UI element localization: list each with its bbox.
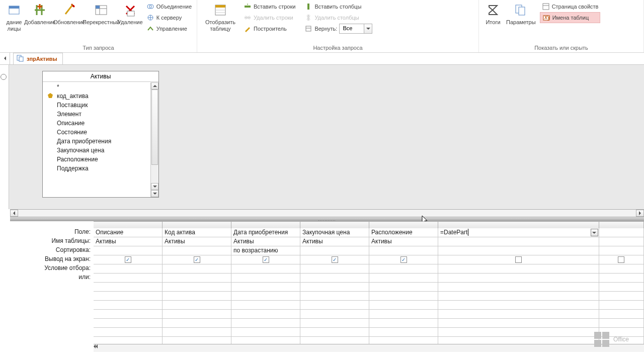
grid-cell[interactable] <box>231 283 300 292</box>
update-button[interactable]: Обновление <box>54 1 84 27</box>
grid-cell[interactable] <box>438 301 599 310</box>
grid-cell[interactable]: Активы <box>163 237 231 246</box>
show-table-button[interactable]: Отобразить таблицу <box>203 1 237 33</box>
propsheet-button[interactable]: Страница свойств <box>540 1 601 12</box>
insert-cols-button[interactable]: Вставить столбцы <box>302 1 374 12</box>
grid-cell[interactable] <box>599 264 644 274</box>
grid-cell[interactable] <box>369 283 438 292</box>
grid-cell[interactable] <box>300 255 369 264</box>
grid-cell[interactable] <box>369 292 438 301</box>
grid-cell[interactable] <box>231 310 300 319</box>
pane-splitter[interactable]: ∙∙∙∙∙∙∙∙∙∙∙ <box>10 217 644 221</box>
grid-cell[interactable] <box>300 328 369 337</box>
field-item[interactable]: Поддержка <box>43 164 150 173</box>
crosstab-button[interactable]: Перекрестный <box>84 1 118 27</box>
show-checkbox[interactable] <box>332 256 338 263</box>
delete-rows-button[interactable]: Удалить строки <box>242 12 297 23</box>
union-button[interactable]: Объединение <box>144 1 194 12</box>
grid-cell[interactable] <box>94 292 163 301</box>
grid-cell[interactable] <box>599 246 644 255</box>
grid-hscroll[interactable] <box>94 344 644 352</box>
grid-cell[interactable] <box>599 283 644 292</box>
scroll-combo-button[interactable] <box>151 190 158 197</box>
grid-cell[interactable]: Описание <box>94 228 163 237</box>
grid-cell[interactable]: Активы <box>369 237 438 246</box>
table-fieldlist[interactable]: Активы *код_активаПоставщикЭлементОписан… <box>42 71 159 198</box>
grid-cell[interactable] <box>163 301 231 310</box>
grid-cell[interactable]: Расположение <box>369 228 438 237</box>
column-header[interactable] <box>300 221 369 228</box>
grid-cell[interactable] <box>300 301 369 310</box>
grid-cell[interactable] <box>94 246 163 255</box>
grid-cell[interactable] <box>369 264 438 274</box>
make-table-button[interactable]: дание лицы <box>3 1 25 33</box>
totals-button[interactable]: Итоги <box>482 1 504 27</box>
grid-cell[interactable] <box>300 264 369 274</box>
grid-cell[interactable]: Активы <box>94 237 163 246</box>
tablenames-button[interactable]: xyzИмена таблиц <box>540 12 601 23</box>
grid-cell[interactable] <box>599 292 644 301</box>
grid-hscroll-left2[interactable] <box>96 344 98 352</box>
column-header[interactable] <box>163 221 231 228</box>
column-header[interactable] <box>369 221 438 228</box>
delete-button[interactable]: Удаление <box>118 1 142 27</box>
grid-cell[interactable] <box>231 255 300 264</box>
field-item[interactable]: Состояние <box>43 128 150 137</box>
grid-cell[interactable] <box>438 264 599 274</box>
grid-cell[interactable] <box>231 319 300 328</box>
query-design-surface[interactable]: Активы *код_активаПоставщикЭлементОписан… <box>0 65 644 209</box>
parameters-button[interactable]: Параметры <box>504 1 538 27</box>
grid-cell[interactable]: Дата приобретения <box>231 228 300 237</box>
builder-button[interactable]: Построитель <box>242 23 297 34</box>
grid-cell[interactable] <box>231 328 300 337</box>
grid-cell[interactable] <box>231 274 300 283</box>
grid-cell[interactable] <box>94 255 163 264</box>
grid-cell[interactable] <box>599 255 644 264</box>
field-dropdown-button[interactable] <box>591 229 598 236</box>
grid-cell[interactable] <box>300 310 369 319</box>
hscroll-right[interactable] <box>636 210 644 217</box>
grid-cell[interactable] <box>163 328 231 337</box>
column-header[interactable] <box>438 221 599 228</box>
grid-cell[interactable]: по возрастанию <box>231 246 300 255</box>
grid-cell[interactable] <box>369 274 438 283</box>
grid-cell[interactable] <box>438 237 599 246</box>
grid-cell[interactable] <box>163 264 231 274</box>
hscroll-left[interactable] <box>10 210 18 217</box>
field-item[interactable]: Описание <box>43 119 150 128</box>
grid-cell[interactable] <box>438 255 599 264</box>
grid-cell[interactable] <box>369 246 438 255</box>
grid-cell[interactable] <box>369 301 438 310</box>
grid-cell[interactable] <box>231 264 300 274</box>
show-checkbox[interactable] <box>263 256 269 263</box>
grid-cell[interactable] <box>599 310 644 319</box>
show-checkbox[interactable] <box>125 256 131 263</box>
grid-cell[interactable]: Закупочная цена <box>300 228 369 237</box>
grid-cell[interactable] <box>163 283 231 292</box>
grid-cell[interactable] <box>231 301 300 310</box>
design-hscroll[interactable] <box>10 209 644 217</box>
qbe-grid[interactable]: Поле: Имя таблицы: Сортировка: Вывод на … <box>0 221 644 352</box>
grid-cell[interactable] <box>599 237 644 246</box>
return-combo[interactable]: Все <box>339 24 372 34</box>
grid-cell[interactable]: Код актива <box>163 228 231 237</box>
field-item[interactable]: Расположение <box>43 155 150 164</box>
grid-cell[interactable] <box>599 228 644 237</box>
grid-cell[interactable] <box>163 292 231 301</box>
grid-cell[interactable] <box>94 301 163 310</box>
field-item[interactable]: * <box>43 82 150 92</box>
chevron-down-icon[interactable] <box>364 24 372 33</box>
scroll-thumb[interactable] <box>151 89 158 165</box>
show-checkbox[interactable] <box>400 256 407 263</box>
grid-cell[interactable] <box>163 255 231 264</box>
grid-cell[interactable] <box>438 328 599 337</box>
grid-cell[interactable] <box>163 319 231 328</box>
grid-cell[interactable] <box>300 292 369 301</box>
datadef-button[interactable]: Управление <box>144 23 194 34</box>
scroll-up-button[interactable] <box>151 82 158 89</box>
query-tab[interactable]: зпрАктивы <box>13 53 63 64</box>
grid-cell[interactable] <box>300 319 369 328</box>
show-checkbox[interactable] <box>194 256 200 263</box>
passthrough-button[interactable]: К серверу <box>144 12 194 23</box>
grid-cell[interactable] <box>438 274 599 283</box>
